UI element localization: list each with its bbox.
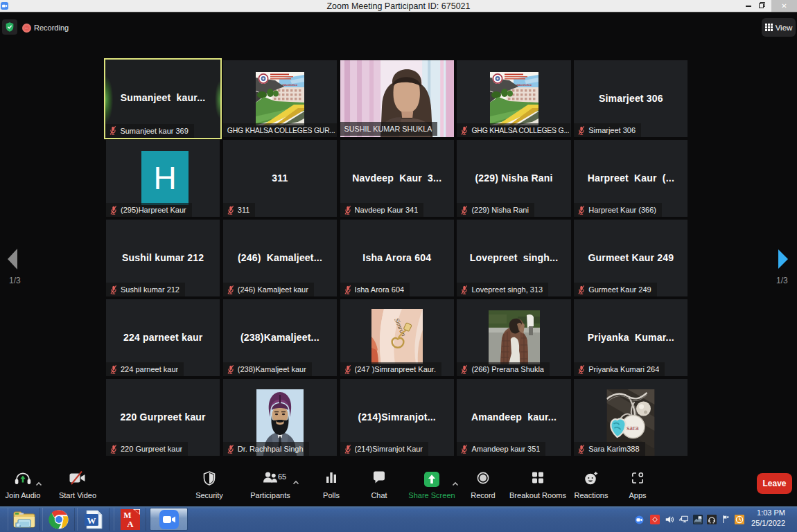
svg-text:W: W	[87, 515, 96, 525]
svg-text:sara: sara	[627, 423, 639, 432]
svg-text:#GoOnline: #GoOnline	[282, 83, 298, 87]
svg-text:#GoOnline: #GoOnline	[516, 83, 532, 87]
svg-text:A: A	[127, 519, 134, 529]
